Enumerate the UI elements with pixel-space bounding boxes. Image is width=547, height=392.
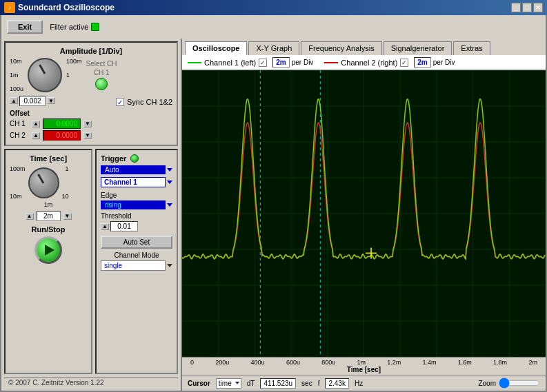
time-scale-left: 100m 10m (10, 165, 26, 200)
channel-mode-dropdown[interactable]: single (101, 260, 172, 271)
channel-bar: Channel 1 (left) 2m per Div Channel 2 (r… (182, 55, 546, 70)
amplitude-title: Amplitude [1/Div] (10, 47, 172, 55)
dt-unit: sec (301, 380, 312, 387)
amplitude-knob-container (28, 58, 62, 92)
minimize-button[interactable]: _ (511, 3, 521, 12)
trigger-section: Trigger Auto Channel 1 Edge (95, 149, 178, 374)
autoset-button[interactable]: Auto Set (101, 236, 172, 249)
exit-button[interactable]: Exit (7, 20, 43, 34)
threshold-input-row: ▲ 0.01 (101, 221, 172, 231)
offset-label: Offset (10, 110, 30, 117)
tab-frequency-analysis[interactable]: Frequency Analysis (301, 41, 381, 55)
ch1-offset-label: CH 1 (10, 120, 29, 127)
ch1-label-select: CH 1 (94, 69, 110, 76)
top-bar: Exit Filter active (1, 15, 546, 39)
time-axis-title: Time [sec] (188, 366, 540, 373)
time-spinner-down[interactable]: ▼ (63, 213, 72, 220)
time-spinner-up[interactable]: ▲ (26, 213, 34, 220)
trigger-title: Trigger (101, 154, 126, 163)
dt-label: dT (247, 380, 255, 387)
channel-mode-arrow[interactable] (167, 264, 172, 267)
sync-row: Sync CH 1&2 (116, 98, 172, 106)
oscilloscope-canvas[interactable] (182, 70, 546, 357)
time-axis: 0 200u 400u 600u 800u 1m 1.2m 1.4m 1.6m … (182, 357, 546, 375)
trigger-led (130, 154, 139, 163)
tab-extras[interactable]: Extras (453, 41, 490, 55)
ch1-color-line (188, 62, 201, 63)
ch2-indicator: Channel 2 (right) (324, 59, 408, 67)
ch1-perdiv-unit: per Div (292, 59, 314, 66)
time-section: Time [sec] 100m 10m 1 10 1m (4, 149, 92, 374)
time-knob[interactable] (28, 167, 59, 198)
content-area: Amplitude [1/Div] 10m 1m 100u 100m 1 x (1, 39, 546, 391)
channel-mode-select[interactable]: single (101, 260, 166, 271)
ch2-checkbox[interactable] (400, 59, 408, 67)
filter-active-indicator: Filter active (50, 23, 99, 31)
maximize-button[interactable]: □ (522, 3, 532, 12)
runstop-label: Run/Stop (10, 225, 87, 234)
ch1-checkbox[interactable] (259, 59, 267, 67)
amplitude-section: Amplitude [1/Div] 10m 1m 100u 100m 1 x (4, 41, 178, 146)
app-title: Soundcard Oszilloscope (18, 3, 115, 12)
trigger-mode-arrow[interactable] (167, 168, 172, 172)
ch1-offset-spinner-up[interactable]: ▲ (32, 121, 40, 127)
tab-signal-generator[interactable]: Signalgenerator (384, 41, 452, 55)
bottom-left: Time [sec] 100m 10m 1 10 1m (4, 149, 178, 374)
tab-xy-graph[interactable]: X-Y Graph (248, 41, 299, 55)
trigger-edge-dropdown[interactable]: rising (101, 200, 172, 209)
ch1-offset-value: 0.0000 (43, 118, 81, 129)
right-panel: Oscilloscope X-Y Graph Frequency Analysi… (181, 39, 546, 391)
tab-bar: Oscilloscope X-Y Graph Frequency Analysi… (182, 39, 546, 55)
dt-value: 411.523u (260, 378, 296, 389)
runstop-button[interactable] (34, 236, 62, 264)
zoom-slider[interactable] (499, 378, 540, 389)
runstop-section: Run/Stop (10, 225, 87, 264)
trigger-edge-arrow[interactable] (167, 203, 172, 207)
ch1-led (95, 78, 108, 90)
time-value: 2m (37, 211, 61, 221)
trigger-mode-select[interactable]: Auto (101, 165, 166, 174)
trigger-channel-select[interactable]: Channel 1 (101, 177, 166, 187)
amplitude-knob[interactable] (28, 58, 62, 92)
f-unit: Hz (355, 380, 363, 387)
left-panel: Amplitude [1/Div] 10m 1m 100u 100m 1 x (1, 39, 181, 391)
amplitude-spinner-up[interactable]: ▲ (10, 97, 18, 104)
select-ch-label: Select CH (86, 60, 117, 68)
ch2-perdiv-value: 2m (414, 57, 430, 68)
ch2-label: Channel 2 (right) (341, 59, 397, 67)
title-bar-left: ♪ Soundcard Oszilloscope (4, 2, 115, 13)
filter-led (91, 23, 99, 31)
ch2-perdiv: 2m per Div (414, 57, 455, 68)
ch2-offset-spinner-down[interactable]: ▼ (83, 132, 92, 139)
ch2-offset-spinner-up[interactable]: ▲ (32, 132, 40, 139)
ch1-label: Channel 1 (left) (204, 59, 256, 67)
sync-checkbox[interactable] (116, 98, 124, 106)
trigger-channel-arrow[interactable] (167, 180, 172, 184)
trigger-edge-select[interactable]: rising (101, 200, 166, 209)
trigger-channel-dropdown[interactable]: Channel 1 (101, 177, 172, 187)
cursor-type-dropdown[interactable]: time (216, 378, 241, 389)
amplitude-spinner-down[interactable]: ▼ (47, 97, 55, 104)
zoom-area: Zoom (478, 378, 540, 389)
ch1-offset-row: CH 1 ▲ 0.0000 ▼ (10, 118, 172, 129)
time-axis-labels: 0 200u 400u 600u 800u 1m 1.2m 1.4m 1.6m … (188, 359, 540, 366)
close-button[interactable]: ✕ (533, 3, 543, 12)
threshold-spinner-up[interactable]: ▲ (101, 223, 109, 230)
cursor-bar: Cursor time dT 411.523u sec f 2.43k Hz Z… (182, 375, 546, 391)
threshold-value: 0.01 (110, 221, 138, 231)
amplitude-scale: 10m 1m 100u (10, 58, 23, 92)
threshold-label: Threshold (101, 212, 172, 220)
tab-oscilloscope[interactable]: Oscilloscope (185, 41, 247, 55)
trigger-mode-dropdown[interactable]: Auto (101, 165, 172, 174)
filter-active-label: Filter active (50, 23, 88, 31)
ch1-indicator: Channel 1 (left) (188, 59, 267, 67)
sync-label: Sync CH 1&2 (127, 98, 172, 106)
ch2-perdiv-unit: per Div (433, 59, 455, 66)
time-title: Time [sec] (10, 154, 87, 163)
ch1-offset-spinner-down[interactable]: ▼ (83, 121, 92, 127)
title-controls[interactable]: _ □ ✕ (511, 3, 543, 12)
oscilloscope-display (182, 70, 546, 357)
time-scale-bottom: 1m (10, 201, 87, 208)
play-icon (45, 245, 54, 256)
amplitude-scale-right: 100m 1 x (66, 58, 82, 92)
